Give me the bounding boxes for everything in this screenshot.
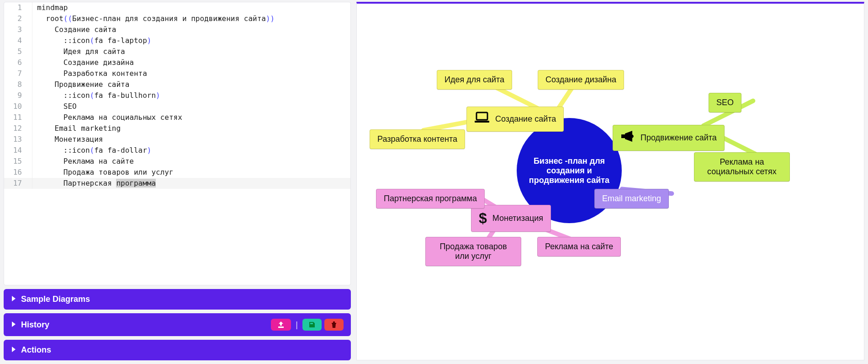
chevron-right-icon [11,320,16,330]
line-number: 6 [4,57,32,68]
code-line[interactable]: 7 Разработка контента [4,68,350,79]
node-label: Партнерская программа [384,194,477,203]
line-number: 15 [4,156,32,167]
code-line[interactable]: 5 Идея для сайта [4,46,350,57]
line-number: 7 [4,68,32,79]
line-number: 5 [4,46,32,57]
code-text: Продажа товаров или услуг [32,167,174,178]
code-line[interactable]: 1mindmap [4,2,350,13]
line-number: 13 [4,134,32,145]
node-ads-onsite[interactable]: Реклама на сайте [537,237,621,257]
bullhorn-icon [620,130,635,146]
node-promote-site[interactable]: Продвижение сайта [613,125,725,151]
save-icon [309,321,315,328]
code-line[interactable]: 17 Партнерская программа [4,178,350,189]
laptop-icon [474,112,490,127]
code-text: SEO [32,101,77,112]
code-line[interactable]: 10 SEO [4,101,350,112]
node-sell-goods[interactable]: Продажа товаров или услуг [425,237,521,266]
code-text: root((Бизнес-план для создания и продвиж… [32,13,275,24]
node-label: Реклама на социальных сетях [702,157,782,177]
history-label: History [21,320,49,330]
node-label: Идея для сайта [445,75,504,85]
line-number: 4 [4,35,32,46]
node-seo[interactable]: SEO [709,93,741,112]
node-affiliate[interactable]: Партнерская программа [376,189,485,209]
code-line[interactable]: 9 ::icon(fa fa-bullhorn) [4,90,350,101]
upload-button[interactable] [271,319,291,331]
node-social-ads[interactable]: Реклама на социальных сетях [694,152,790,182]
code-text: Реклама на социальных сетях [32,112,182,123]
root-label: Бизнес -план для создания и продвижения … [526,156,613,185]
node-create-site[interactable]: Создание сайта [466,107,564,132]
line-number: 12 [4,123,32,134]
actions-label: Actions [21,345,51,355]
line-number: 14 [4,145,32,156]
node-label: SEO [716,98,734,107]
save-button[interactable] [302,319,322,331]
code-line[interactable]: 12 Email marketing [4,123,350,134]
code-text: Идея для сайта [32,46,125,57]
code-editor[interactable]: 1mindmap2 root((Бизнес-план для создания… [4,2,351,285]
code-text: Продвижение сайта [32,79,129,90]
separator: | [294,320,300,330]
history-buttons: | [271,319,344,331]
line-number: 3 [4,24,32,35]
node-label: Монетизация [492,214,543,223]
code-line[interactable]: 6 Создание дизайна [4,57,350,68]
code-text: mindmap [32,2,68,13]
left-panel: 1mindmap2 root((Бизнес-план для создания… [0,0,355,364]
code-text: Разработка контента [32,68,147,79]
svg-rect-1 [475,121,489,123]
svg-rect-0 [476,112,487,120]
node-label: Продвижение сайта [640,133,717,143]
line-number: 16 [4,167,32,178]
node-label: Реклама на сайте [545,242,613,252]
code-text: Создание дизайна [32,57,134,68]
node-design[interactable]: Создание дизайна [538,70,624,90]
node-monetize[interactable]: $ Монетизация [471,205,551,232]
right-panel: Бизнес -план для создания и продвижения … [355,0,868,364]
node-label: Продажа товаров или услуг [433,242,513,261]
code-line[interactable]: 16 Продажа товаров или услуг [4,167,350,178]
diagram-surface[interactable]: Бизнес -план для создания и продвижения … [356,2,864,360]
line-number: 2 [4,13,32,24]
code-line[interactable]: 3 Создание сайта [4,24,350,35]
chevron-right-icon [11,345,16,355]
delete-button[interactable] [324,319,344,331]
code-line[interactable]: 4 ::icon(fa fa-laptop) [4,35,350,46]
node-label: Создание сайта [495,114,556,124]
history-section[interactable]: History | [4,313,351,336]
node-email-marketing[interactable]: Email marketing [594,189,669,209]
node-label: Разработка контента [377,134,457,144]
code-line[interactable]: 8 Продвижение сайта [4,79,350,90]
code-text: ::icon(fa fa-bullhorn) [32,90,160,101]
node-label: Email marketing [602,194,661,203]
code-text: Реклама на сайте [32,156,134,167]
line-number: 9 [4,90,32,101]
line-number: 8 [4,79,32,90]
node-label: Создание дизайна [545,75,616,85]
line-number: 10 [4,101,32,112]
code-text: ::icon(fa fa-dollar) [32,145,151,156]
line-number: 1 [4,2,32,13]
code-line[interactable]: 14 ::icon(fa fa-dollar) [4,145,350,156]
code-line[interactable]: 13 Монетизация [4,134,350,145]
chevron-right-icon [11,294,16,304]
line-number: 17 [4,178,32,189]
code-text: Партнерская программа [32,178,156,189]
code-line[interactable]: 2 root((Бизнес-план для создания и продв… [4,13,350,24]
code-line[interactable]: 15 Реклама на сайте [4,156,350,167]
sample-diagrams-section[interactable]: Sample Diagrams [4,289,351,310]
line-number: 11 [4,112,32,123]
code-text: Монетизация [32,134,103,145]
code-text: Email marketing [32,123,121,134]
code-line[interactable]: 11 Реклама на социальных сетях [4,112,350,123]
code-text: Создание сайта [32,24,116,35]
node-content[interactable]: Разработка контента [370,129,465,149]
actions-section[interactable]: Actions [4,340,351,360]
upload-icon [277,321,285,328]
sample-diagrams-label: Sample Diagrams [21,294,90,304]
dollar-icon: $ [479,210,487,227]
node-idea[interactable]: Идея для сайта [437,70,512,90]
